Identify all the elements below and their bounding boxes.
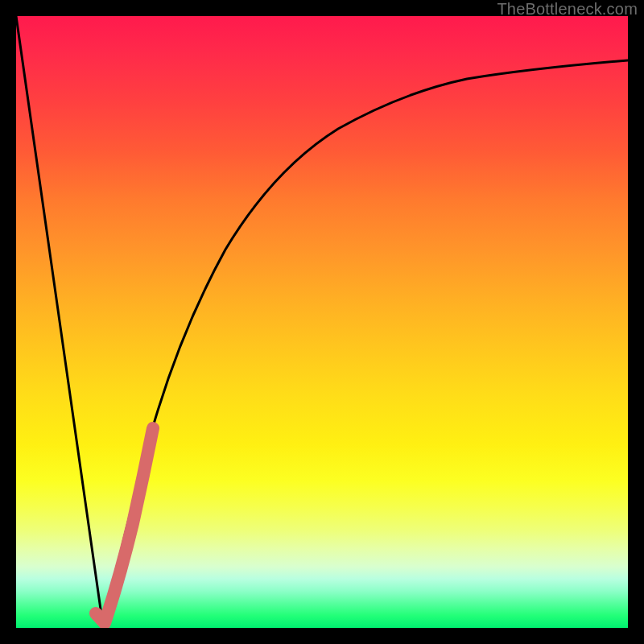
curve-layer xyxy=(16,16,628,628)
highlighted-segment xyxy=(96,428,153,623)
plot-area xyxy=(16,16,628,628)
left-falling-line xyxy=(16,16,103,626)
saturating-curve xyxy=(103,60,628,626)
outer-frame: TheBottleneck.com xyxy=(0,0,644,644)
